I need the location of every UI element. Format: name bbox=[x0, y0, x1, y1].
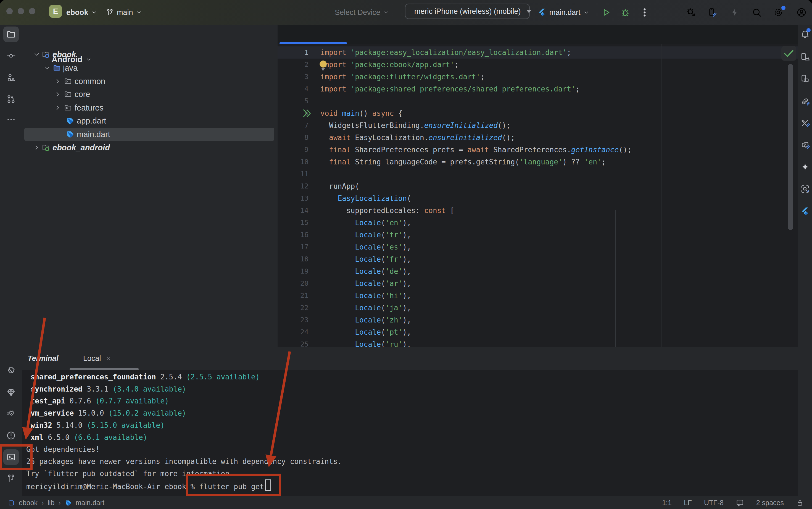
chevron-down-icon bbox=[136, 9, 142, 15]
tree-item-main-dart[interactable]: main.dart bbox=[24, 128, 274, 141]
tree-item-features[interactable]: features bbox=[24, 101, 274, 114]
search-everywhere-button[interactable] bbox=[751, 6, 763, 19]
terminal-tool-button[interactable] bbox=[3, 449, 19, 465]
flutter-inspector-icon bbox=[800, 140, 810, 150]
indent-setting[interactable]: 2 spaces bbox=[756, 499, 784, 507]
line-number: 25 bbox=[278, 338, 308, 347]
flutter-inspector-tool-button[interactable] bbox=[799, 139, 811, 151]
flutter-tools-tool-button[interactable] bbox=[799, 117, 811, 129]
flutter-logo-icon bbox=[800, 206, 810, 216]
flutter-outline-search-tool-button[interactable] bbox=[799, 183, 811, 195]
code-editor[interactable]: 1234567891011121314151617181920212223242… bbox=[278, 44, 798, 347]
breadcrumb-item[interactable]: ebook bbox=[19, 499, 38, 507]
android-studio-window: E ebook main Select Device meric iPhone … bbox=[0, 0, 812, 509]
chevron-down-icon[interactable] bbox=[33, 51, 40, 58]
flutter-logo-tool-button[interactable] bbox=[799, 205, 811, 217]
status-bar: ebook›lib›main.dart 1:1 LF UTF-8 2 space… bbox=[0, 496, 812, 509]
chevron-down-icon bbox=[383, 9, 389, 15]
version-control-branch-icon bbox=[6, 474, 16, 483]
tree-item-core[interactable]: core bbox=[24, 88, 274, 101]
breadcrumb-separator: › bbox=[41, 499, 44, 507]
flutter-device-button[interactable] bbox=[706, 6, 718, 19]
chevron-right-icon[interactable] bbox=[54, 104, 61, 111]
tree-item-label: java bbox=[63, 64, 78, 73]
file-encoding[interactable]: UTF-8 bbox=[704, 499, 724, 507]
flutter-devtools-link-tool-button[interactable] bbox=[799, 96, 811, 108]
version-control-branch-tool-button[interactable] bbox=[3, 471, 19, 486]
more-vertical-button[interactable] bbox=[638, 6, 651, 19]
branch-selector[interactable]: main bbox=[106, 0, 142, 25]
terminal-line: Try `flutter pub outdated` for more info… bbox=[26, 468, 234, 480]
code-line-13: EasyLocalization( bbox=[320, 192, 411, 204]
chevron-right-icon[interactable] bbox=[33, 144, 40, 151]
close-icon[interactable] bbox=[106, 355, 112, 362]
titlebar: E ebook main Select Device meric iPhone … bbox=[0, 0, 812, 25]
tree-item-java[interactable]: java bbox=[24, 61, 274, 75]
code-line-10: final String languageCode = prefs.getStr… bbox=[320, 156, 606, 168]
structure-tool-button[interactable] bbox=[3, 70, 19, 86]
tree-item-label: ebook bbox=[52, 50, 76, 59]
settings-gear-button[interactable] bbox=[772, 6, 784, 19]
profiler-lightning-button[interactable] bbox=[729, 6, 741, 19]
flutter-attach-debugger-button[interactable] bbox=[685, 6, 697, 19]
tree-item-label: common bbox=[75, 77, 105, 86]
chevron-right-icon[interactable] bbox=[54, 91, 61, 98]
tree-item-common[interactable]: common bbox=[24, 75, 274, 88]
device-mirror-tool-button[interactable] bbox=[799, 73, 811, 85]
terminal-panel: Terminal Local shared_preferences_founda… bbox=[22, 347, 798, 496]
tree-item-ebook-android[interactable]: ebook_android bbox=[24, 141, 274, 154]
flutter-performance-diamond-tool-button[interactable] bbox=[3, 385, 19, 400]
tree-item-label: app.dart bbox=[77, 116, 106, 126]
breadcrumb-item[interactable]: lib bbox=[47, 499, 54, 507]
line-number: 4 bbox=[278, 83, 308, 95]
inspections-ok-check-icon[interactable] bbox=[781, 46, 796, 61]
terminal-panel-title[interactable]: Terminal bbox=[28, 347, 59, 370]
code-line-12: runApp( bbox=[320, 180, 359, 192]
user-avatar-button[interactable] bbox=[796, 6, 808, 19]
commit-tool-button[interactable] bbox=[3, 48, 19, 64]
project-selector[interactable]: ebook bbox=[66, 0, 97, 25]
intention-bulb-icon[interactable] bbox=[319, 60, 328, 71]
tree-item-ebook[interactable]: ebook bbox=[24, 48, 274, 61]
pull-requests-tool-button[interactable] bbox=[3, 92, 19, 107]
window-minimize-button[interactable] bbox=[18, 8, 24, 14]
chevron-down-icon[interactable] bbox=[44, 64, 51, 72]
right-tool-window-strip bbox=[798, 25, 812, 496]
more-horizontal-tool-button[interactable] bbox=[3, 112, 19, 127]
ai-assistant-star-tool-button[interactable] bbox=[799, 161, 811, 173]
dart-file-icon bbox=[66, 130, 75, 139]
terminal-line: mericyildirim@Meric-MacBook-Air ebook % … bbox=[26, 479, 271, 493]
more-horizontal-icon bbox=[6, 114, 16, 124]
terminal-tab-local[interactable]: Local bbox=[79, 347, 116, 370]
window-close-button[interactable] bbox=[6, 8, 13, 14]
device-selector-dropdown[interactable]: meric iPhone (wireless) (mobile) bbox=[405, 4, 530, 19]
notifications-bell-tool-button[interactable] bbox=[799, 28, 811, 40]
problems-tool-button[interactable] bbox=[3, 428, 19, 443]
dart-analysis-tool-button[interactable] bbox=[3, 363, 19, 379]
code-line-25: Locale('ru'), bbox=[320, 338, 411, 347]
folder-module bbox=[64, 103, 72, 112]
notifications-bubble-icon[interactable] bbox=[736, 499, 744, 507]
dropdown-arrow-icon bbox=[526, 10, 531, 13]
line-number: 11 bbox=[278, 168, 308, 180]
debug-button[interactable] bbox=[619, 6, 631, 19]
tree-item-app-dart[interactable]: app.dart bbox=[24, 114, 274, 127]
caret-position[interactable]: 1:1 bbox=[662, 499, 672, 507]
breadcrumb-item[interactable]: main.dart bbox=[76, 499, 104, 507]
line-number: 7 bbox=[278, 120, 308, 132]
line-ending[interactable]: LF bbox=[684, 499, 692, 507]
unlock-icon[interactable] bbox=[796, 499, 804, 507]
run-main-gutter-icon[interactable] bbox=[301, 108, 312, 119]
select-device-dropdown[interactable]: Select Device bbox=[335, 0, 389, 25]
project-folder-tool-button[interactable] bbox=[3, 27, 19, 42]
run-configuration-selector[interactable]: main.dart bbox=[537, 0, 589, 25]
run-button[interactable] bbox=[600, 6, 612, 19]
running-devices-tool-button[interactable] bbox=[799, 51, 811, 63]
line-number: 13 bbox=[278, 192, 308, 204]
dash-cat-tool-button[interactable] bbox=[3, 406, 19, 422]
chevron-right-icon[interactable] bbox=[54, 78, 61, 85]
line-number: 1 bbox=[278, 46, 308, 59]
editor-scrollbar[interactable] bbox=[788, 64, 793, 230]
project-badge: E bbox=[49, 5, 62, 18]
window-zoom-button[interactable] bbox=[29, 8, 35, 14]
